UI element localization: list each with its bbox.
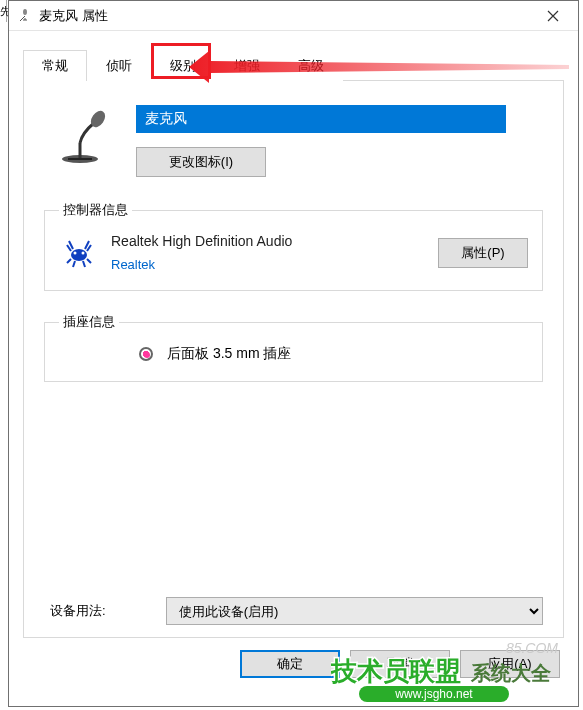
tab-strip: 常规 侦听 级别 增强 高级 xyxy=(23,49,564,81)
titlebar: 麦克风 属性 xyxy=(9,1,578,31)
tab-general[interactable]: 常规 xyxy=(23,50,87,81)
realtek-crab-icon xyxy=(63,237,95,269)
tab-panel-general: 更改图标(I) 控制器信息 Realtek High D xyxy=(23,81,564,638)
close-icon xyxy=(547,10,559,22)
properties-dialog: 麦克风 属性 常规 侦听 级别 增强 高级 xyxy=(8,0,579,707)
window-title: 麦克风 属性 xyxy=(39,7,530,25)
jack-legend: 插座信息 xyxy=(59,313,119,331)
tab-levels[interactable]: 级别 xyxy=(151,50,215,81)
jack-info-group: 插座信息 后面板 3.5 mm 插座 xyxy=(44,313,543,382)
svg-point-5 xyxy=(82,251,85,254)
tab-advanced[interactable]: 高级 xyxy=(279,50,343,81)
ok-button[interactable]: 确定 xyxy=(240,650,340,678)
content-area: 常规 侦听 级别 增强 高级 更 xyxy=(9,31,578,638)
device-usage-row: 设备用法: 使用此设备(启用) xyxy=(44,597,543,625)
controller-properties-button[interactable]: 属性(P) xyxy=(438,238,528,268)
jack-label: 后面板 3.5 mm 插座 xyxy=(167,345,291,363)
dialog-button-row: 确定 取消 应用(A) xyxy=(9,638,578,690)
tab-enhancements[interactable]: 增强 xyxy=(215,50,279,81)
cancel-button[interactable]: 取消 xyxy=(350,650,450,678)
device-large-icon xyxy=(54,105,118,169)
jack-color-icon xyxy=(139,347,153,361)
background-fragment: 先 xyxy=(0,0,7,22)
controller-name: Realtek High Definition Audio xyxy=(111,233,422,249)
device-name-input[interactable] xyxy=(136,105,506,133)
controller-legend: 控制器信息 xyxy=(59,201,132,219)
usage-label: 设备用法: xyxy=(50,602,106,620)
controller-info-group: 控制器信息 Realtek High Definition Audio Real… xyxy=(44,201,543,291)
device-section: 更改图标(I) xyxy=(44,105,543,177)
controller-text: Realtek High Definition Audio Realtek xyxy=(111,233,422,272)
svg-point-3 xyxy=(71,249,87,261)
close-button[interactable] xyxy=(530,2,576,30)
tab-listen[interactable]: 侦听 xyxy=(87,50,151,81)
apply-button[interactable]: 应用(A) xyxy=(460,650,560,678)
change-icon-button[interactable]: 更改图标(I) xyxy=(136,147,266,177)
controller-vendor: Realtek xyxy=(111,257,422,272)
svg-point-0 xyxy=(23,9,27,15)
svg-point-4 xyxy=(74,251,77,254)
usage-select[interactable]: 使用此设备(启用) xyxy=(166,597,543,625)
device-fields: 更改图标(I) xyxy=(136,105,543,177)
microphone-icon xyxy=(17,8,33,24)
